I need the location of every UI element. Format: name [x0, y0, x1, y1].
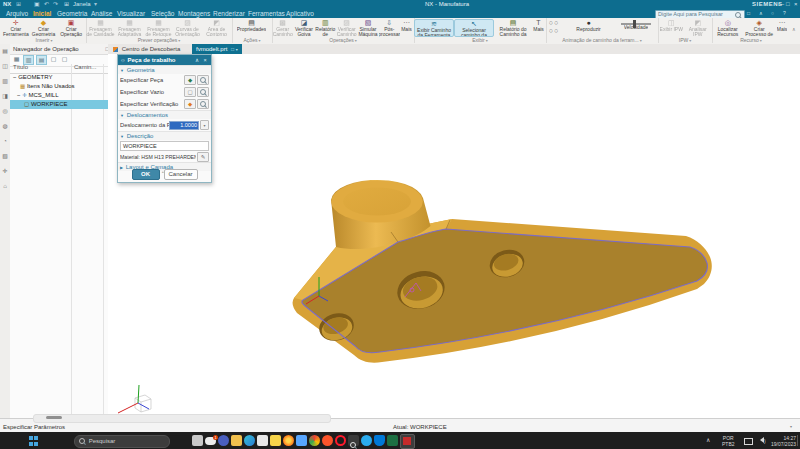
part-navigator-icon[interactable]: ▥ [0, 74, 10, 89]
firefox-icon[interactable] [283, 435, 294, 446]
propriedades-button[interactable]: ▤Propriedades [232, 19, 271, 37]
menu-analise[interactable]: Análise [89, 9, 114, 18]
criar-operacao-button[interactable]: ▣Criar Operação [57, 19, 85, 37]
search-app-icon[interactable] [348, 435, 359, 446]
section-descricao[interactable]: ▼ Descrição [118, 131, 211, 140]
excel-icon[interactable] [387, 435, 398, 446]
criar-processo-button[interactable]: ◈Criar Processo de Recurso [744, 19, 776, 37]
description-field[interactable]: WORKPIECE [120, 141, 209, 151]
tree-row-workpiece[interactable]: ▢ WORKPIECE [10, 100, 108, 109]
simular-maquina-button[interactable]: ▧Simular Máquina [357, 19, 378, 37]
janela-dropdown-icon[interactable]: ▾ [94, 1, 97, 8]
operacoes-mais-button[interactable]: ⋯Mais [400, 19, 413, 37]
menu-ferramentas[interactable]: Ferramentas [246, 9, 287, 18]
tree-row-itens-nao-usados[interactable]: ▦ Itens Não Usados [10, 82, 108, 91]
tab-part-file[interactable]: fvmodelt.prt □ ▾ [192, 44, 242, 54]
expander-icon[interactable]: − [17, 92, 21, 98]
roles-icon[interactable]: ⌂ [0, 179, 10, 194]
hidden-icons-chevron[interactable]: ∧ [706, 432, 710, 449]
cast-icon[interactable] [744, 438, 753, 449]
select-check-button[interactable]: ◆ [184, 99, 196, 109]
section-deslocamentos[interactable]: ▼ Deslocamentos [118, 110, 211, 119]
telegram-icon[interactable] [361, 435, 372, 446]
recurso-mais-button[interactable]: ⋯Mais [775, 19, 789, 37]
column-caminho[interactable]: Camin... [74, 64, 96, 70]
chat-icon[interactable] [218, 435, 229, 446]
relatorio-validade-button[interactable]: ▥Relatório de Validade [315, 19, 336, 37]
ok-button[interactable]: OK [132, 169, 160, 180]
localizar-recursos-button[interactable]: ◎Localizar Recursos [712, 19, 744, 37]
deslocamento-input[interactable]: 1.0000 [169, 121, 199, 130]
language-indicator[interactable]: PORPTB2 [722, 435, 735, 449]
menu-geometria[interactable]: Geometria [55, 9, 89, 18]
verificar-goiva-button[interactable]: ◪Verificar Goiva [293, 19, 314, 37]
column-divider[interactable] [71, 64, 72, 418]
velocidade-slider[interactable]: Velocidade [615, 19, 657, 37]
opera-icon[interactable] [335, 435, 346, 446]
edit-material-button[interactable]: ✎ [197, 152, 209, 162]
menu-arquivo[interactable]: Arquivo [4, 9, 30, 18]
sticky-notes-icon[interactable] [270, 435, 281, 446]
task-view-button[interactable] [192, 435, 203, 446]
history-icon[interactable]: ◔ [0, 134, 10, 149]
section-geometria[interactable]: ▼ Geometria [118, 65, 211, 74]
part-flyout-button[interactable] [197, 75, 209, 85]
redo-icon[interactable]: ↷ [53, 1, 58, 8]
value-options-button[interactable]: ▾ [200, 120, 209, 130]
brave-icon[interactable] [322, 435, 333, 446]
hd3d-tools-icon[interactable]: ◎ [0, 104, 10, 119]
menu-montagens[interactable]: Montagens [176, 9, 212, 18]
defender-icon[interactable] [374, 435, 385, 446]
calculator-icon[interactable] [257, 435, 268, 446]
horizontal-scrollbar[interactable] [33, 414, 331, 423]
restore-button[interactable]: □ [786, 1, 790, 8]
cancel-button[interactable]: Cancelar [164, 169, 198, 180]
menu-selecao[interactable]: Seleção [149, 9, 177, 18]
constraint-navigator-icon[interactable]: ◫ [0, 59, 10, 74]
reproduzir-button[interactable]: ●Reproduzir [562, 19, 615, 37]
blank-flyout-button[interactable] [197, 87, 209, 97]
animation-record-buttons[interactable]: ○○ ○○ [546, 19, 562, 37]
janela-menu[interactable]: Janela [73, 1, 91, 8]
status-options-icon[interactable]: ▾ [790, 424, 792, 429]
select-blank-button[interactable]: ▢ [184, 87, 196, 97]
nav-tool-icon-5[interactable]: ▢ [60, 55, 69, 63]
dialog-close-button[interactable]: × [201, 55, 209, 65]
file-explorer-icon[interactable] [231, 435, 242, 446]
undo-icon[interactable]: ↶ [44, 1, 49, 8]
clock-icon[interactable]: ○ [769, 9, 776, 18]
manufacturing-wizards-icon[interactable]: ✛ [0, 164, 10, 179]
tab-dropdown-icon[interactable]: ▾ [236, 47, 238, 52]
criar-ferramenta-button[interactable]: ✛Criar Ferramenta [2, 19, 30, 37]
menu-grid-icon[interactable]: ⊞ [16, 1, 21, 8]
start-button[interactable] [28, 435, 41, 448]
select-part-button[interactable]: ◆ [184, 75, 196, 85]
speed-slider-track[interactable] [621, 23, 651, 25]
menu-aplicativo[interactable]: Aplicativo [284, 9, 316, 18]
nav-tool-icon-4[interactable]: ▢ [49, 55, 58, 63]
web-browser-icon[interactable]: ◍ [0, 119, 10, 134]
clock[interactable]: 14:2719/07/2023 [768, 435, 796, 449]
dialog-collapse-button[interactable]: ∧ [193, 55, 201, 65]
save-icon[interactable]: ▣ [34, 1, 40, 8]
exibir-mais-button[interactable]: TMais [532, 19, 545, 37]
tab-centro-descoberta[interactable]: Centro de Descoberta [109, 44, 184, 54]
nav-tool-icon-1[interactable]: ▦ [12, 55, 21, 63]
criar-geometria-button[interactable]: ◆Criar Geometria [30, 19, 58, 37]
window-icon[interactable]: ⊞ [64, 1, 69, 8]
check-flyout-button[interactable] [197, 99, 209, 109]
menu-inicial[interactable]: Inicial [31, 9, 53, 18]
tree-row-geometry[interactable]: − GEOMETRY [10, 73, 108, 82]
column-titulo[interactable]: Título [13, 64, 28, 70]
scrollbar-thumb[interactable] [46, 416, 62, 419]
volume-icon[interactable]: ) [757, 437, 766, 449]
layout-icon[interactable]: □ [745, 9, 752, 18]
taskbar-search[interactable]: Pesquisar [74, 435, 170, 448]
menu-visualizar[interactable]: Visualizar [115, 9, 147, 18]
column-divider-2[interactable] [103, 64, 104, 418]
edge-icon[interactable] [244, 435, 255, 446]
process-studio-icon[interactable]: ▧ [0, 149, 10, 164]
minimize-button[interactable]: — [778, 1, 784, 8]
selecionar-caminho-button[interactable]: ↖Selecionar caminho da ferramenta [454, 19, 494, 37]
collapse-icon[interactable]: ∧ [757, 9, 765, 18]
